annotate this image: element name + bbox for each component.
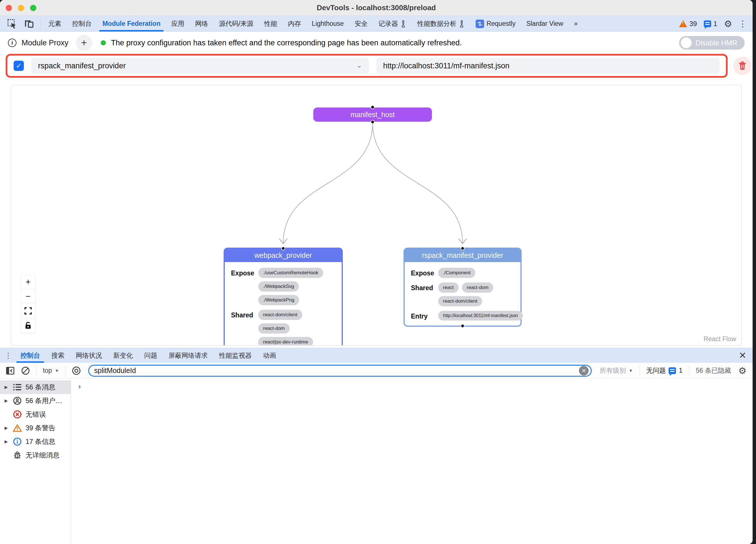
drawer-tab-performance-monitor[interactable]: 性能监视器 [213,348,257,363]
messages-badge[interactable]: 1 [700,16,721,32]
sidebar-item-all-messages[interactable]: ▶ 56 条消息 [0,380,71,394]
tab-requestly[interactable]: Requestly [470,16,521,32]
console-prompt-chevron-icon: › [78,382,81,391]
zoom-window-button[interactable] [30,5,36,11]
lock-button[interactable] [21,318,35,333]
message-icon [704,20,711,27]
filter-text-input[interactable] [94,366,579,375]
drawer-tab-network-conditions[interactable]: 网络状况 [70,348,108,363]
console-toolbar: top ▼ ✕ 所有级别 ▼ 无问题 1 56 条已隐藏 [0,363,753,379]
sidebar-item-label: 无错误 [26,410,46,419]
sidebar-item-warnings[interactable]: ▶ 39 条警告 [0,421,71,435]
tab-performance-insights[interactable]: 性能数据分析 [412,16,470,32]
section-label: Shared [411,282,438,306]
disable-hmr-toggle[interactable]: Disable HMR [679,36,745,50]
expose-section: Expose ./Component [411,268,514,278]
node-title: rspack_manifest_provider [404,249,521,262]
drawer-tabbar: ⋮ 控制台 搜索 网络状况 新变化 问题 屏蔽网络请求 性能监视器 动画 ✕ [0,348,753,363]
shared-chip: react-dom/client [438,296,482,306]
inspect-element-icon[interactable] [4,16,20,32]
minimize-window-button[interactable] [18,5,24,11]
drawer-tab-network-blocking[interactable]: 屏蔽网络请求 [163,348,213,363]
tab-memory[interactable]: 内存 [283,16,306,32]
rule-enabled-checkbox[interactable]: ✓ [14,61,24,71]
shared-section: Shared react react-dom react-dom/client [411,282,514,306]
react-flow-attribution[interactable]: React Flow [703,335,736,343]
node-webpack-provider[interactable]: webpack_provider Expose ./useCustomRemot… [224,248,343,346]
shared-chip: react-dom [462,282,493,293]
context-selector[interactable]: top ▼ [41,367,61,374]
more-tabs-button[interactable]: » [569,16,583,32]
zoom-out-button[interactable]: − [21,289,35,304]
tab-console[interactable]: 控制台 [67,16,97,32]
warnings-badge[interactable]: 39 [676,16,700,32]
tab-slardar-view[interactable]: Slardar View [521,16,569,32]
drawer-tab-issues[interactable]: 问题 [138,348,163,363]
drawer-tab-search[interactable]: 搜索 [46,348,70,363]
info-icon[interactable]: i [8,39,16,47]
node-rspack-manifest-provider[interactable]: rspack_manifest_provider Expose ./Compon… [404,248,522,327]
gear-icon: ⚙ [738,366,747,375]
manifest-url-input[interactable]: http://localhost:3011/mf-manifest.json [376,58,720,74]
add-proxy-rule-button[interactable]: + [76,35,92,51]
device-toolbar-icon[interactable] [20,16,38,32]
sidebar-item-label: 56 条用户… [26,396,62,405]
tab-module-federation[interactable]: Module Federation [97,16,166,32]
console-messages-area[interactable]: › [71,379,753,544]
user-icon [12,396,22,405]
node-handle [461,247,465,251]
console-filter-input[interactable]: ✕ [88,365,592,377]
tab-lighthouse[interactable]: Lighthouse [306,16,349,32]
close-window-button[interactable] [6,5,12,11]
devtools-menu-button[interactable]: ⋮ [736,16,750,32]
caret-down-icon: ▼ [629,368,633,373]
expand-arrow-icon[interactable]: ▶ [5,385,9,390]
sidebar-item-user-messages[interactable]: ▶ 56 条用户… [0,394,71,407]
tab-elements[interactable]: 元素 [43,16,67,32]
tab-application[interactable]: 应用 [166,16,190,32]
sidebar-item-label: 17 条信息 [26,437,55,446]
zoom-in-button[interactable]: + [21,275,35,289]
sidebar-item-verbose[interactable]: 无详细消息 [0,448,71,462]
sidebar-item-info[interactable]: ▶ 17 条信息 [0,435,71,448]
issues-status[interactable]: 无问题 1 [644,366,684,375]
module-graph-canvas[interactable]: manifest_host webpack_provider Expose ./… [11,85,742,346]
tab-sources[interactable]: 源代码/来源 [213,16,259,32]
sidebar-toggle-icon [6,366,14,375]
clear-console-button[interactable] [19,364,32,377]
node-handle [461,324,465,328]
drawer-tab-animations[interactable]: 动画 [257,348,282,363]
console-sidebar-toggle-button[interactable] [4,364,16,377]
clear-filter-button[interactable]: ✕ [579,366,589,375]
log-levels-dropdown[interactable]: 所有级别 ▼ [597,366,635,375]
console-settings-button[interactable]: ⚙ [736,364,749,377]
sidebar-item-errors[interactable]: 无错误 [0,407,71,421]
fit-view-button[interactable] [21,304,35,318]
node-manifest-host[interactable]: manifest_host [313,108,432,122]
shared-chip: react-dom/client [258,310,302,320]
drawer-tab-changes[interactable]: 新变化 [108,348,138,363]
expose-chip: ./WebpackPng [258,295,299,305]
remote-select[interactable]: rspack_manifest_provider ⌄ [31,58,369,74]
caret-down-icon: ▼ [55,368,59,373]
expand-arrow-icon[interactable]: ▶ [5,439,9,444]
tab-recorder[interactable]: 记录器 [373,16,412,32]
message-count: 1 [713,20,717,28]
delete-rule-button[interactable] [733,57,751,75]
bug-icon [12,451,22,459]
sidebar-item-label: 56 条消息 [26,383,55,392]
drawer-menu-button[interactable]: ⋮ [2,348,15,363]
tab-security[interactable]: 安全 [349,16,373,32]
expand-arrow-icon[interactable]: ▶ [5,425,9,430]
live-expression-button[interactable] [70,364,83,377]
drawer-tab-console[interactable]: 控制台 [15,348,46,363]
manifest-url-value: http://localhost:3011/mf-manifest.json [383,62,509,70]
tab-network[interactable]: 网络 [190,16,213,32]
tab-performance[interactable]: 性能 [259,16,283,32]
gear-icon: ⚙ [724,19,732,28]
settings-button[interactable]: ⚙ [721,16,736,32]
devtools-window: DevTools - localhost:3008/preload 元素 控制台… [0,0,753,544]
traffic-lights [6,5,36,11]
close-drawer-button[interactable]: ✕ [732,348,753,363]
expand-arrow-icon[interactable]: ▶ [5,398,9,403]
